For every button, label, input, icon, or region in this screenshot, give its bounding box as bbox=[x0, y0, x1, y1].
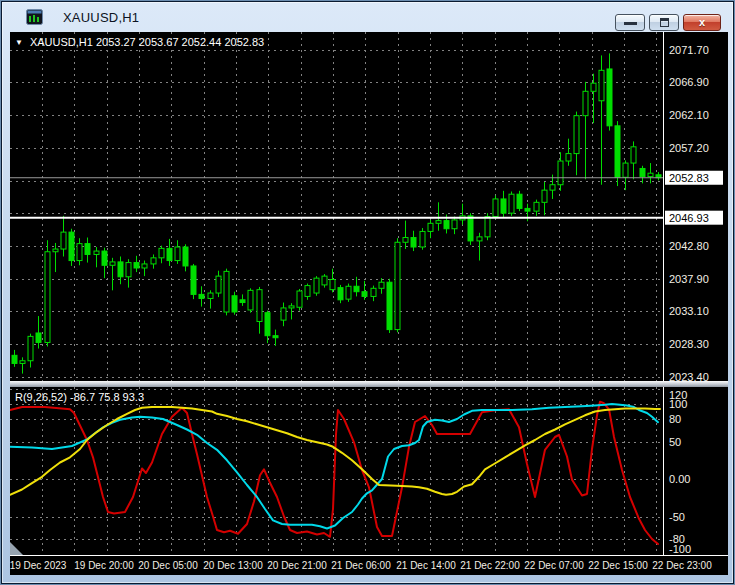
time-label: 22 Dec 15:00 bbox=[588, 560, 648, 571]
svg-text:2062.10: 2062.10 bbox=[669, 109, 709, 121]
svg-text:2066.90: 2066.90 bbox=[669, 76, 709, 88]
indicator-readout: R(9,26,52) -86.7 75.8 93.3 bbox=[15, 391, 144, 403]
time-label: 20 Dec 21:00 bbox=[267, 560, 327, 571]
svg-text:80: 80 bbox=[669, 413, 681, 425]
svg-text:2037.90: 2037.90 bbox=[669, 273, 709, 285]
indicator-canvas[interactable]: 12010080500.00-50-80-100 bbox=[10, 387, 728, 555]
svg-text:100: 100 bbox=[669, 398, 687, 410]
chart-icon bbox=[26, 9, 43, 25]
close-icon: x bbox=[684, 15, 720, 30]
svg-text:-100: -100 bbox=[669, 543, 691, 555]
time-label: 22 Dec 23:00 bbox=[652, 560, 712, 571]
svg-text:2042.80: 2042.80 bbox=[669, 240, 709, 252]
minimize-button[interactable] bbox=[615, 14, 645, 31]
time-label: 21 Dec 14:00 bbox=[396, 560, 456, 571]
svg-text:2028.30: 2028.30 bbox=[669, 338, 709, 350]
svg-text:2046.93: 2046.93 bbox=[669, 212, 709, 224]
close-button[interactable]: x bbox=[683, 14, 721, 31]
time-label: 21 Dec 22:00 bbox=[460, 560, 520, 571]
titlebar[interactable]: XAUUSD,H1 x bbox=[2, 2, 733, 32]
candlestick-canvas[interactable]: 2071.702066.902062.102057.202042.802037.… bbox=[10, 32, 728, 381]
collapse-arrow-icon[interactable]: ▼ bbox=[15, 37, 23, 48]
svg-text:2052.83: 2052.83 bbox=[669, 172, 709, 184]
svg-text:2071.70: 2071.70 bbox=[669, 44, 709, 56]
time-label: 22 Dec 07:00 bbox=[524, 560, 584, 571]
window-title: XAUUSD,H1 bbox=[63, 10, 139, 25]
svg-text:2033.10: 2033.10 bbox=[669, 305, 709, 317]
main-chart-pane[interactable]: 2071.702066.902062.102057.202042.802037.… bbox=[10, 32, 728, 381]
chart-client-area: 2071.702066.902062.102057.202042.802037.… bbox=[10, 32, 728, 575]
svg-text:2057.20: 2057.20 bbox=[669, 142, 709, 154]
svg-text:50: 50 bbox=[669, 436, 681, 448]
svg-text:2023.40: 2023.40 bbox=[669, 371, 709, 381]
restore-button[interactable] bbox=[649, 14, 679, 31]
time-axis[interactable]: 19 Dec 202319 Dec 20:0020 Dec 05:0020 De… bbox=[10, 555, 728, 575]
main-chart-header[interactable]: ▼ XAUUSD,H1 2053.27 2053.67 2052.44 2052… bbox=[15, 36, 264, 48]
time-label: 20 Dec 05:00 bbox=[138, 560, 198, 571]
minimize-icon bbox=[624, 22, 637, 25]
chart-window: XAUUSD,H1 x 2071.702066.902062.102057.20… bbox=[1, 1, 734, 584]
restore-icon bbox=[660, 18, 669, 27]
indicator-pane[interactable]: 12010080500.00-50-80-100 R(9,26,52) -86.… bbox=[10, 387, 728, 555]
time-label: 21 Dec 06:00 bbox=[331, 560, 391, 571]
svg-text:0.00: 0.00 bbox=[669, 473, 690, 485]
svg-text:-50: -50 bbox=[669, 511, 685, 523]
time-label: 19 Dec 2023 bbox=[10, 560, 67, 571]
indicator-header[interactable]: R(9,26,52) -86.7 75.8 93.3 bbox=[15, 391, 144, 403]
pane-resize-grip[interactable] bbox=[10, 542, 23, 555]
time-label: 19 Dec 20:00 bbox=[74, 560, 134, 571]
ohlc-readout: XAUUSD,H1 2053.27 2053.67 2052.44 2052.8… bbox=[30, 36, 264, 48]
time-label: 20 Dec 13:00 bbox=[203, 560, 263, 571]
